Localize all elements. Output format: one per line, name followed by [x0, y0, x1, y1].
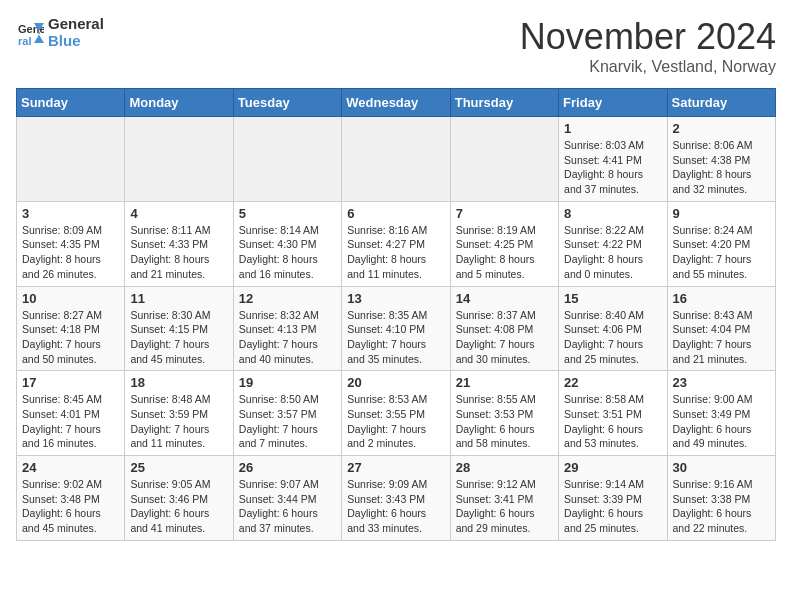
day-cell: 6Sunrise: 8:16 AM Sunset: 4:27 PM Daylig… — [342, 201, 450, 286]
day-info: Sunrise: 9:02 AM Sunset: 3:48 PM Dayligh… — [22, 477, 119, 536]
day-cell: 28Sunrise: 9:12 AM Sunset: 3:41 PM Dayli… — [450, 456, 558, 541]
weekday-header-thursday: Thursday — [450, 89, 558, 117]
day-number: 25 — [130, 460, 227, 475]
day-info: Sunrise: 9:12 AM Sunset: 3:41 PM Dayligh… — [456, 477, 553, 536]
day-number: 11 — [130, 291, 227, 306]
weekday-header-saturday: Saturday — [667, 89, 775, 117]
day-cell: 5Sunrise: 8:14 AM Sunset: 4:30 PM Daylig… — [233, 201, 341, 286]
day-cell: 26Sunrise: 9:07 AM Sunset: 3:44 PM Dayli… — [233, 456, 341, 541]
day-cell: 9Sunrise: 8:24 AM Sunset: 4:20 PM Daylig… — [667, 201, 775, 286]
day-cell: 17Sunrise: 8:45 AM Sunset: 4:01 PM Dayli… — [17, 371, 125, 456]
day-info: Sunrise: 8:06 AM Sunset: 4:38 PM Dayligh… — [673, 138, 770, 197]
day-info: Sunrise: 8:40 AM Sunset: 4:06 PM Dayligh… — [564, 308, 661, 367]
day-number: 14 — [456, 291, 553, 306]
day-cell: 11Sunrise: 8:30 AM Sunset: 4:15 PM Dayli… — [125, 286, 233, 371]
day-info: Sunrise: 9:00 AM Sunset: 3:49 PM Dayligh… — [673, 392, 770, 451]
day-number: 23 — [673, 375, 770, 390]
day-cell: 12Sunrise: 8:32 AM Sunset: 4:13 PM Dayli… — [233, 286, 341, 371]
weekday-header-sunday: Sunday — [17, 89, 125, 117]
day-number: 30 — [673, 460, 770, 475]
weekday-header-wednesday: Wednesday — [342, 89, 450, 117]
day-cell: 24Sunrise: 9:02 AM Sunset: 3:48 PM Dayli… — [17, 456, 125, 541]
svg-text:ral: ral — [18, 35, 31, 47]
week-row-0: 1Sunrise: 8:03 AM Sunset: 4:41 PM Daylig… — [17, 117, 776, 202]
day-info: Sunrise: 9:05 AM Sunset: 3:46 PM Dayligh… — [130, 477, 227, 536]
day-info: Sunrise: 8:14 AM Sunset: 4:30 PM Dayligh… — [239, 223, 336, 282]
day-info: Sunrise: 8:55 AM Sunset: 3:53 PM Dayligh… — [456, 392, 553, 451]
day-number: 3 — [22, 206, 119, 221]
day-number: 21 — [456, 375, 553, 390]
day-number: 6 — [347, 206, 444, 221]
day-number: 5 — [239, 206, 336, 221]
day-info: Sunrise: 9:07 AM Sunset: 3:44 PM Dayligh… — [239, 477, 336, 536]
day-cell: 7Sunrise: 8:19 AM Sunset: 4:25 PM Daylig… — [450, 201, 558, 286]
calendar-subtitle: Knarvik, Vestland, Norway — [520, 58, 776, 76]
day-cell — [450, 117, 558, 202]
day-cell: 29Sunrise: 9:14 AM Sunset: 3:39 PM Dayli… — [559, 456, 667, 541]
day-cell — [125, 117, 233, 202]
day-cell: 21Sunrise: 8:55 AM Sunset: 3:53 PM Dayli… — [450, 371, 558, 456]
day-info: Sunrise: 8:24 AM Sunset: 4:20 PM Dayligh… — [673, 223, 770, 282]
day-cell: 30Sunrise: 9:16 AM Sunset: 3:38 PM Dayli… — [667, 456, 775, 541]
week-row-2: 10Sunrise: 8:27 AM Sunset: 4:18 PM Dayli… — [17, 286, 776, 371]
day-cell: 27Sunrise: 9:09 AM Sunset: 3:43 PM Dayli… — [342, 456, 450, 541]
week-row-4: 24Sunrise: 9:02 AM Sunset: 3:48 PM Dayli… — [17, 456, 776, 541]
day-info: Sunrise: 8:45 AM Sunset: 4:01 PM Dayligh… — [22, 392, 119, 451]
day-info: Sunrise: 9:09 AM Sunset: 3:43 PM Dayligh… — [347, 477, 444, 536]
day-number: 18 — [130, 375, 227, 390]
day-number: 13 — [347, 291, 444, 306]
day-cell: 20Sunrise: 8:53 AM Sunset: 3:55 PM Dayli… — [342, 371, 450, 456]
weekday-header-tuesday: Tuesday — [233, 89, 341, 117]
day-cell: 18Sunrise: 8:48 AM Sunset: 3:59 PM Dayli… — [125, 371, 233, 456]
day-number: 28 — [456, 460, 553, 475]
day-number: 7 — [456, 206, 553, 221]
day-info: Sunrise: 8:53 AM Sunset: 3:55 PM Dayligh… — [347, 392, 444, 451]
day-cell — [233, 117, 341, 202]
day-info: Sunrise: 9:16 AM Sunset: 3:38 PM Dayligh… — [673, 477, 770, 536]
day-info: Sunrise: 8:50 AM Sunset: 3:57 PM Dayligh… — [239, 392, 336, 451]
logo-general: General — [48, 16, 104, 33]
day-info: Sunrise: 8:19 AM Sunset: 4:25 PM Dayligh… — [456, 223, 553, 282]
day-info: Sunrise: 8:35 AM Sunset: 4:10 PM Dayligh… — [347, 308, 444, 367]
day-info: Sunrise: 8:11 AM Sunset: 4:33 PM Dayligh… — [130, 223, 227, 282]
weekday-header-row: SundayMondayTuesdayWednesdayThursdayFrid… — [17, 89, 776, 117]
logo-icon: Gene ral — [16, 19, 44, 47]
day-cell: 22Sunrise: 8:58 AM Sunset: 3:51 PM Dayli… — [559, 371, 667, 456]
day-number: 19 — [239, 375, 336, 390]
day-info: Sunrise: 8:09 AM Sunset: 4:35 PM Dayligh… — [22, 223, 119, 282]
weekday-header-monday: Monday — [125, 89, 233, 117]
day-cell: 2Sunrise: 8:06 AM Sunset: 4:38 PM Daylig… — [667, 117, 775, 202]
day-info: Sunrise: 8:48 AM Sunset: 3:59 PM Dayligh… — [130, 392, 227, 451]
day-cell: 23Sunrise: 9:00 AM Sunset: 3:49 PM Dayli… — [667, 371, 775, 456]
day-number: 29 — [564, 460, 661, 475]
day-number: 4 — [130, 206, 227, 221]
calendar-title: November 2024 — [520, 16, 776, 58]
day-info: Sunrise: 8:58 AM Sunset: 3:51 PM Dayligh… — [564, 392, 661, 451]
day-number: 24 — [22, 460, 119, 475]
day-cell — [17, 117, 125, 202]
day-info: Sunrise: 8:16 AM Sunset: 4:27 PM Dayligh… — [347, 223, 444, 282]
day-info: Sunrise: 8:43 AM Sunset: 4:04 PM Dayligh… — [673, 308, 770, 367]
day-cell: 13Sunrise: 8:35 AM Sunset: 4:10 PM Dayli… — [342, 286, 450, 371]
day-info: Sunrise: 8:03 AM Sunset: 4:41 PM Dayligh… — [564, 138, 661, 197]
day-cell: 25Sunrise: 9:05 AM Sunset: 3:46 PM Dayli… — [125, 456, 233, 541]
day-number: 9 — [673, 206, 770, 221]
day-cell: 16Sunrise: 8:43 AM Sunset: 4:04 PM Dayli… — [667, 286, 775, 371]
day-info: Sunrise: 8:27 AM Sunset: 4:18 PM Dayligh… — [22, 308, 119, 367]
day-info: Sunrise: 8:37 AM Sunset: 4:08 PM Dayligh… — [456, 308, 553, 367]
day-number: 22 — [564, 375, 661, 390]
day-info: Sunrise: 8:30 AM Sunset: 4:15 PM Dayligh… — [130, 308, 227, 367]
logo: Gene ral General Blue — [16, 16, 104, 49]
day-cell: 8Sunrise: 8:22 AM Sunset: 4:22 PM Daylig… — [559, 201, 667, 286]
day-number: 15 — [564, 291, 661, 306]
day-number: 2 — [673, 121, 770, 136]
day-cell: 1Sunrise: 8:03 AM Sunset: 4:41 PM Daylig… — [559, 117, 667, 202]
day-cell: 4Sunrise: 8:11 AM Sunset: 4:33 PM Daylig… — [125, 201, 233, 286]
day-cell — [342, 117, 450, 202]
day-number: 20 — [347, 375, 444, 390]
day-number: 10 — [22, 291, 119, 306]
weekday-header-friday: Friday — [559, 89, 667, 117]
day-number: 8 — [564, 206, 661, 221]
day-number: 27 — [347, 460, 444, 475]
day-cell: 3Sunrise: 8:09 AM Sunset: 4:35 PM Daylig… — [17, 201, 125, 286]
